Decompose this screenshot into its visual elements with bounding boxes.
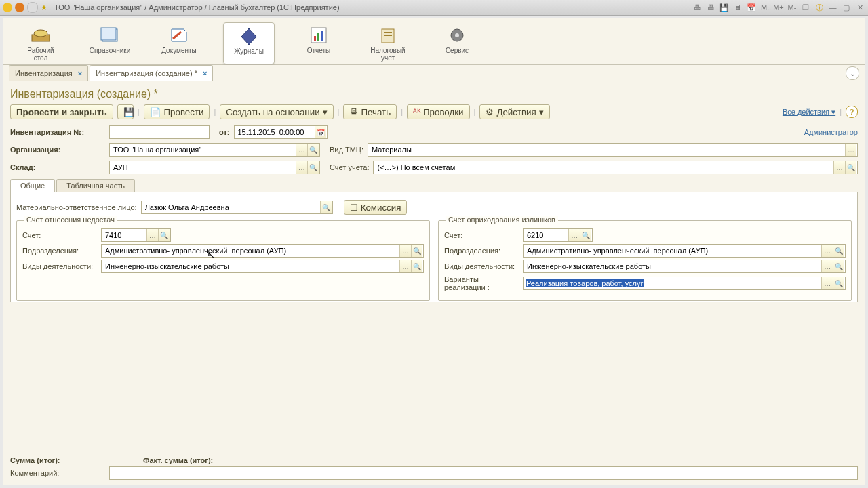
print-icon[interactable]: 🖶 <box>692 2 703 13</box>
window-title: ТОО "Наша организация" / Администратор /… <box>50 3 689 12</box>
print-button[interactable]: 🖶 Печать <box>343 104 397 119</box>
tab-inventory[interactable]: Инвентаризация× <box>9 65 88 81</box>
back-icon[interactable] <box>15 3 24 12</box>
svg-rect-7 <box>321 30 323 41</box>
nav-service[interactable]: Сервис <box>432 22 482 64</box>
comment-field[interactable] <box>109 466 858 480</box>
print-preview-icon[interactable]: 🖶 <box>705 2 716 13</box>
nav-references[interactable]: Справочники <box>85 22 135 64</box>
surplus-dept-field[interactable]: …🔍 <box>523 244 846 258</box>
logo-icon <box>3 3 12 12</box>
search-icon[interactable]: 🔍 <box>845 161 856 174</box>
forward-icon[interactable] <box>27 2 38 13</box>
create-based-button[interactable]: Создать на основании ▾ <box>220 104 333 119</box>
search-icon[interactable]: 🔍 <box>307 144 319 156</box>
windows-icon[interactable]: ❐ <box>800 2 811 13</box>
group-shortage: Счет отнесения недостач Счет:…🔍 Подразде… <box>16 220 430 301</box>
actions-button[interactable]: ⚙ Действия ▾ <box>479 104 549 119</box>
tmc-label: Вид ТМЦ: <box>330 146 363 154</box>
group-surplus: Счет оприходования излишков Счет:…🔍 Подр… <box>438 220 852 301</box>
select-icon[interactable]: … <box>296 144 307 156</box>
nav-documents[interactable]: Документы <box>154 22 204 64</box>
all-actions-link[interactable]: Все действия ▾ <box>783 108 835 117</box>
maximize-icon[interactable]: ▢ <box>841 2 852 13</box>
tabs-menu-icon[interactable]: ⌄ <box>846 66 859 80</box>
svg-rect-10 <box>384 35 392 36</box>
surplus-acct-field[interactable]: …🔍 <box>523 228 593 242</box>
mem-mplus[interactable]: М+ <box>773 2 784 13</box>
shortage-acct-field[interactable]: …🔍 <box>101 228 171 242</box>
nav-journals[interactable]: Журналы <box>223 22 275 64</box>
svg-rect-5 <box>314 36 316 41</box>
post-button[interactable]: 📄 Провести <box>144 104 210 119</box>
date-field[interactable]: 📅 <box>234 125 328 139</box>
subtab-general[interactable]: Общие <box>10 179 55 192</box>
sklad-label: Склад: <box>10 163 105 171</box>
tab-inventory-create[interactable]: Инвентаризация (создание) *× <box>90 65 213 81</box>
save-button[interactable]: 💾 <box>117 104 134 119</box>
search-icon[interactable]: 🔍 <box>307 161 319 174</box>
svg-rect-3 <box>101 28 116 40</box>
svg-rect-9 <box>384 32 392 33</box>
surplus-real-field[interactable]: Реализация товаров, работ, услуг…🔍 <box>523 277 846 290</box>
minimize-icon[interactable]: — <box>827 2 838 13</box>
subtab-table[interactable]: Табличная часть <box>56 179 135 192</box>
svg-point-1 <box>34 30 47 37</box>
entries-button[interactable]: ᴬᴷ Проводки <box>407 104 470 119</box>
sklad-field[interactable]: …🔍 <box>109 161 320 174</box>
user-link[interactable]: Администратор <box>804 128 858 136</box>
group-shortage-title: Счет отнесения недостач <box>24 216 117 224</box>
svg-point-12 <box>455 33 459 37</box>
nav-reports[interactable]: Отчеты <box>294 22 344 64</box>
svg-rect-6 <box>317 33 319 41</box>
sum-label: Сумма (итог): <box>10 456 139 464</box>
main-toolbar: Рабочий стол Справочники Документы Журна… <box>3 18 865 65</box>
num-field[interactable] <box>109 125 210 139</box>
calc-icon[interactable]: 🖩 <box>732 2 743 13</box>
num-label: Инвентаризация №: <box>10 128 105 136</box>
shortage-act-field[interactable]: …🔍 <box>101 260 424 273</box>
search-icon[interactable]: 🔍 <box>320 201 332 214</box>
org-label: Организация: <box>10 146 105 154</box>
nav-desktop[interactable]: Рабочий стол <box>16 22 66 64</box>
save-icon[interactable]: 💾 <box>719 2 730 13</box>
date-label: от: <box>219 128 230 136</box>
post-and-close-button[interactable]: Провести и закрыть <box>10 104 113 119</box>
calendar-icon[interactable]: 📅 <box>315 126 326 138</box>
select-icon[interactable]: … <box>296 161 307 174</box>
acct-field[interactable]: …🔍 <box>373 161 858 174</box>
fact-label: Факт. сумма (итог): <box>143 456 213 464</box>
calendar-icon[interactable]: 📅 <box>746 2 757 13</box>
select-icon[interactable]: … <box>833 161 845 174</box>
nav-tax[interactable]: Налоговый учет <box>363 22 413 64</box>
group-surplus-title: Счет оприходования излишков <box>446 216 558 224</box>
select-icon[interactable]: … <box>845 144 856 156</box>
mem-m[interactable]: М. <box>760 2 770 13</box>
surplus-act-field[interactable]: …🔍 <box>523 260 846 273</box>
tab-close-icon[interactable]: × <box>203 69 207 77</box>
acct-label: Счет учета: <box>330 163 369 171</box>
close-icon[interactable]: ✕ <box>854 2 865 13</box>
shortage-dept-field[interactable]: …🔍 <box>101 244 424 258</box>
org-field[interactable]: …🔍 <box>109 143 320 157</box>
commission-button[interactable]: ☐ Комиссия <box>344 200 408 215</box>
tab-close-icon[interactable]: × <box>78 69 82 77</box>
mol-field[interactable]: 🔍 <box>141 201 333 214</box>
mem-mminus[interactable]: М- <box>787 2 797 13</box>
favorite-icon[interactable]: ★ <box>41 3 47 12</box>
help-icon[interactable]: ? <box>846 106 858 118</box>
mol-label: Материально-ответственное лицо: <box>16 203 137 211</box>
tmc-field[interactable]: … <box>368 143 858 157</box>
page-title: Инвентаризация (создание) * <box>10 88 858 100</box>
info-icon[interactable]: ⓘ <box>814 2 825 13</box>
comment-label: Комментарий: <box>10 469 105 477</box>
